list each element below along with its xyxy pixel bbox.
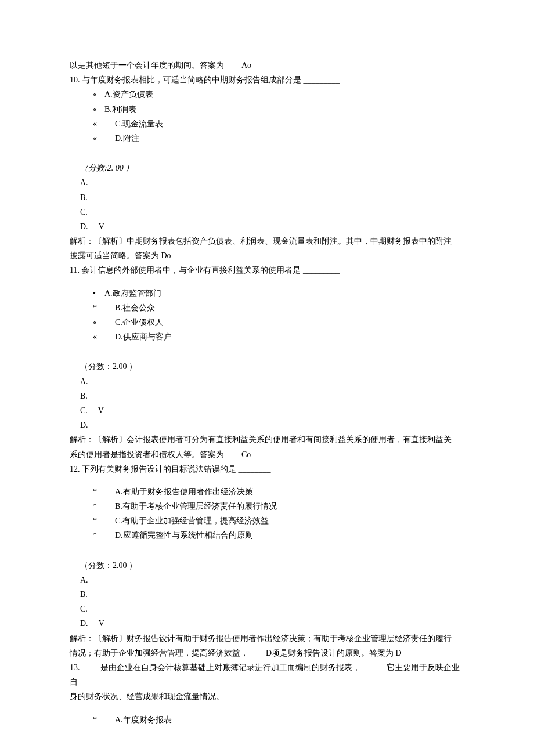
- q12-answer-d: D.V: [80, 616, 464, 631]
- q13-option-a: *A.年度财务报表: [93, 712, 464, 727]
- q12-score: （分数：2.00 ）: [80, 558, 464, 573]
- option-text: A.年度财务报表: [115, 715, 172, 724]
- bullet: *: [93, 513, 104, 528]
- q11-number: 11.: [70, 266, 80, 274]
- q10-stem: 10. 与年度财务报表相比，可适当简略的中期财务报告组成部分是 ________…: [70, 73, 464, 87]
- answer-letter: D.: [80, 619, 88, 628]
- q10-score: （分数:2. 00 ）: [80, 161, 464, 175]
- q12-number: 12.: [70, 465, 80, 473]
- q12-option-b: *B.有助于考核企业管理层经济责任的履行情况: [93, 499, 464, 513]
- option-text: D.供应商与客户: [115, 332, 172, 341]
- option-text: B.有助于考核企业管理层经济责任的履行情况: [115, 502, 277, 511]
- bullet: «: [93, 315, 104, 330]
- option-text: D.应遵循完整性与系统性相结合的原则: [115, 531, 253, 540]
- bullet: *: [93, 528, 104, 542]
- q11-answer-b: B.: [80, 389, 464, 403]
- q10-option-c: «C.现金流量表: [93, 117, 464, 131]
- bullet: *: [93, 499, 104, 513]
- q11-answer-a: A.: [80, 374, 464, 389]
- answer-letter: C.: [80, 406, 88, 415]
- q12-stem: 12. 下列有关财务报告设计的目标说法错误的是 ________: [70, 462, 464, 476]
- q10-option-a: «A.资产负债表: [93, 87, 464, 102]
- answer-mark: V: [99, 222, 104, 231]
- q10-text: 与年度财务报表相比，可适当简略的中期财务报告组成部分是: [82, 75, 301, 84]
- option-text: A.政府监管部门: [104, 289, 161, 298]
- q13-stem-l2: 身的财务状况、经营成果和现金流量情况。: [70, 689, 464, 704]
- q12-analysis-l2: 情况；有助于企业加强经营管理，提高经济效益，D项是财务报告设计的原则。答案为 D: [70, 646, 464, 660]
- q11-analysis-l2: 系的使用者是指投资者和债权人等。答案为Co: [70, 447, 464, 462]
- q10-blank: _________: [304, 73, 344, 87]
- q10-option-d: «D.附注: [93, 131, 464, 146]
- q10-answer-a: A.: [80, 175, 464, 190]
- q11-answer-c: C.V: [80, 403, 464, 418]
- option-text: A.有助于财务报告使用者作出经济决策: [115, 487, 253, 496]
- prev-analysis-text: 以是其他短于一个会计年度的期间。答案为: [70, 61, 224, 70]
- q12-option-c: *C.有助于企业加强经营管理，提高经济效益: [93, 513, 464, 528]
- q11-answer-d: D.: [80, 418, 464, 432]
- q11-stem: 11. 会计信息的外部使用者中，与企业有直接利益关系的使用者是 ________…: [70, 263, 464, 277]
- q11-text: 会计信息的外部使用者中，与企业有直接利益关系的使用者是: [81, 266, 301, 274]
- q13-stem-l1: 13._____是由企业在自身会计核算基础上对账簿记录进行加工而编制的财务报表，…: [70, 660, 464, 689]
- q12-text: 下列有关财务报告设计的目标说法错误的是: [82, 465, 236, 473]
- q11-score: （分数：2.00 ）: [80, 359, 464, 374]
- q10-answer-d: D.V: [80, 219, 464, 234]
- answer-mark: V: [98, 406, 104, 415]
- bullet: «: [93, 117, 104, 131]
- q10-answer-b: B.: [80, 190, 464, 205]
- option-text: C.现金流量表: [115, 120, 163, 128]
- q11-analysis-l2b: Co: [241, 450, 251, 459]
- q10-analysis-l1: 解析：〔解析〕中期财务报表包括资产负债表、利润表、现金流量表和附注。其中，中期财…: [70, 234, 464, 248]
- q10-analysis-l2: 披露可适当简略。答案为 Do: [70, 248, 464, 263]
- answer-mark: V: [99, 619, 104, 628]
- bullet: «: [93, 131, 104, 146]
- prev-analysis-suffix: Ao: [241, 61, 251, 70]
- q11-blank: _________: [303, 263, 344, 277]
- q12-blank: ________: [239, 462, 279, 476]
- bullet: «: [93, 87, 104, 102]
- q11-option-c: «C.企业债权人: [93, 315, 464, 330]
- q10-number: 10.: [70, 75, 80, 84]
- q10-answer-c: C.: [80, 205, 464, 219]
- q11-option-b: *B.社会公众: [93, 301, 464, 315]
- q11-option-d: «D.供应商与客户: [93, 330, 464, 344]
- bullet: •: [93, 286, 104, 301]
- q12-analysis-l2b: D项是财务报告设计的原则。答案为 D: [266, 649, 402, 657]
- document-page: 以是其他短于一个会计年度的期间。答案为Ao 10. 与年度财务报表相比，可适当简…: [0, 0, 534, 756]
- q13-text-a: 是由企业在自身会计核算基础上对账簿记录进行加工而编制的财务报表，: [100, 663, 360, 672]
- q12-option-a: *A.有助于财务报告使用者作出经济决策: [93, 484, 464, 499]
- bullet: «: [93, 330, 104, 344]
- option-text: B.利润表: [104, 105, 136, 114]
- option-text: C.企业债权人: [115, 318, 163, 327]
- q13-number: 13.: [70, 663, 80, 672]
- q11-analysis-l2a: 系的使用者是指投资者和债权人等。答案为: [70, 450, 224, 459]
- bullet: *: [93, 484, 104, 499]
- q10-option-b: «B.利润表: [93, 102, 464, 117]
- option-text: D.附注: [115, 134, 139, 143]
- bullet: *: [93, 712, 104, 727]
- q12-answer-c: C.: [80, 602, 464, 616]
- q12-answer-b: B.: [80, 587, 464, 602]
- q12-option-d: *D.应遵循完整性与系统性相结合的原则: [93, 528, 464, 542]
- q13-blank: _____: [80, 663, 100, 672]
- bullet: «: [93, 102, 104, 117]
- q12-analysis-l2a: 情况；有助于企业加强经营管理，提高经济效益，: [70, 649, 248, 657]
- q12-answer-a: A.: [80, 573, 464, 587]
- option-text: A.资产负债表: [104, 90, 153, 99]
- prev-analysis-tail: 以是其他短于一个会计年度的期间。答案为Ao: [70, 58, 464, 73]
- bullet: *: [93, 301, 104, 315]
- q12-analysis-l1: 解析：〔解析〕财务报告设计有助于财务报告使用者作出经济决策；有助于考核企业管理层…: [70, 631, 464, 646]
- q11-option-a: •A.政府监管部门: [93, 286, 464, 301]
- option-text: C.有助于企业加强经营管理，提高经济效益: [115, 516, 269, 525]
- answer-letter: D.: [80, 222, 88, 231]
- option-text: B.社会公众: [115, 303, 155, 312]
- q11-analysis-l1: 解析：〔解析〕会计报表使用者可分为有直接利益关系的使用者和有间接利益关系的使用者…: [70, 432, 464, 447]
